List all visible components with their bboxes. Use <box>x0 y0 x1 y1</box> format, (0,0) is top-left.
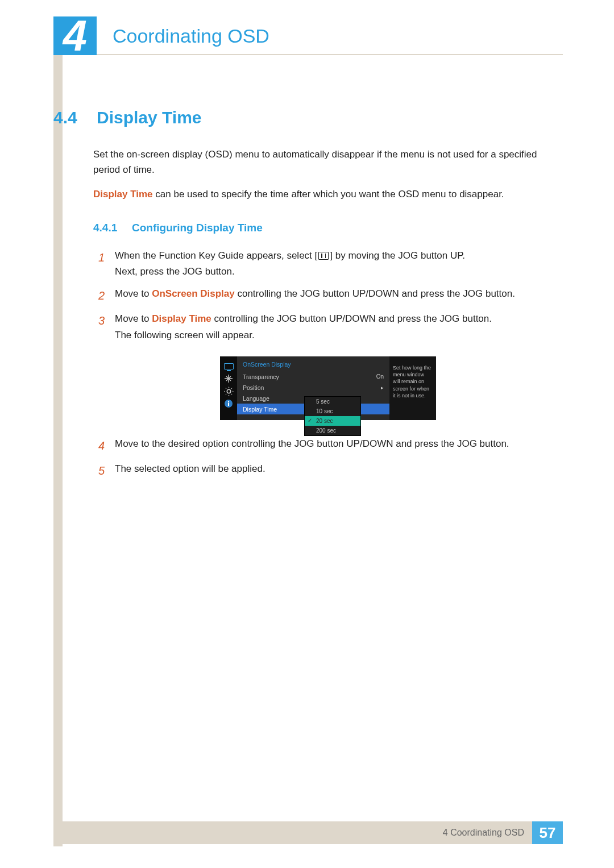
page-footer: 4 Coordinating OSD 57 <box>53 821 563 844</box>
svg-point-0 <box>227 389 230 393</box>
step-2-text-a: Move to <box>115 288 152 299</box>
step-3-text-a: Move to <box>115 313 152 324</box>
step-2-text-c: controlling the JOG button UP/DOWN and p… <box>235 288 515 299</box>
osd-option-10sec: 10 sec <box>305 406 360 416</box>
osd-row-transparency: Transparency On <box>237 371 389 382</box>
step-1: 1 When the Function Key Guide appears, s… <box>93 248 563 281</box>
osd-icon-column <box>220 356 237 420</box>
svg-rect-3 <box>228 401 229 402</box>
steps-list-continued: 4 Move to the desired option controlling… <box>93 436 563 480</box>
step-1-text-b: ] by moving the JOG button UP. <box>330 250 465 261</box>
menu-icon <box>318 252 329 260</box>
osd-help-panel: Set how long the menu window will remain… <box>389 356 436 420</box>
footer-page-number: 57 <box>532 821 563 844</box>
gear-icon <box>223 387 234 395</box>
onscreen-display-strong: OnScreen Display <box>152 288 235 299</box>
subsection-heading: 4.4.1 Configuring Display Time <box>93 222 563 234</box>
intro-paragraph-2: Display Time can be used to specify the … <box>93 186 563 202</box>
intro-paragraph-2-rest: can be used to specify the time after wh… <box>153 189 504 200</box>
subsection-title: Configuring Display Time <box>132 222 263 234</box>
osd-row-value: On <box>376 373 384 380</box>
step-number: 2 <box>93 286 105 305</box>
chevron-right-icon: ▸ <box>381 385 384 391</box>
steps-list: 1 When the Function Key Guide appears, s… <box>93 248 563 344</box>
section-number: 4.4 <box>53 108 84 127</box>
display-time-strong-2: Display Time <box>152 313 211 324</box>
step-number: 4 <box>93 436 105 455</box>
osd-option-5sec: 5 sec <box>305 397 360 406</box>
osd-option-200sec: 200 sec <box>305 426 360 435</box>
chapter-title-bar: Coordinating OSD <box>97 16 563 55</box>
step-1-text-c: Next, press the JOG button. <box>115 266 235 277</box>
osd-row-label: Position <box>243 384 379 391</box>
step-number: 1 <box>93 248 105 267</box>
step-4: 4 Move to the desired option controlling… <box>93 436 563 455</box>
step-3: 3 Move to Display Time controlling the J… <box>93 311 563 344</box>
step-3-text-c: controlling the JOG button UP/DOWN and p… <box>211 313 492 324</box>
step-5: 5 The selected option will be applied. <box>93 461 563 480</box>
osd-option-popup: 5 sec 10 sec 20 sec 200 sec <box>304 396 361 436</box>
step-1-text-a: When the Function Key Guide appears, sel… <box>115 250 317 261</box>
step-2: 2 Move to OnScreen Display controlling t… <box>93 286 563 305</box>
info-icon <box>223 400 234 408</box>
step-5-text: The selected option will be applied. <box>115 461 563 477</box>
subsection-number: 4.4.1 <box>93 222 124 234</box>
step-3-text-d: The following screen will appear. <box>115 330 255 340</box>
step-number: 3 <box>93 311 105 330</box>
step-4-text: Move to the desired option controlling t… <box>115 436 563 452</box>
osd-illustration: OnScreen Display Transparency On Positio… <box>220 356 436 420</box>
osd-category-title: OnScreen Display <box>237 356 389 371</box>
osd-option-20sec: 20 sec <box>305 416 360 426</box>
chapter-title: Coordinating OSD <box>113 25 269 47</box>
section-heading: 4.4 Display Time <box>53 108 563 127</box>
step-number: 5 <box>93 461 105 480</box>
osd-main-panel: OnScreen Display Transparency On Positio… <box>237 356 389 420</box>
footer-chapter-label: 4 Coordinating OSD <box>443 821 532 844</box>
monitor-icon <box>223 362 234 370</box>
osd-row-label: Transparency <box>243 373 376 380</box>
chapter-number-badge: 4 <box>53 16 97 55</box>
intro-paragraph-1: Set the on-screen display (OSD) menu to … <box>93 147 563 177</box>
osd-row-position: Position ▸ <box>237 382 389 393</box>
display-time-strong: Display Time <box>93 189 153 200</box>
adjust-icon <box>223 375 234 383</box>
svg-rect-2 <box>228 403 229 406</box>
section-title: Display Time <box>97 108 202 127</box>
